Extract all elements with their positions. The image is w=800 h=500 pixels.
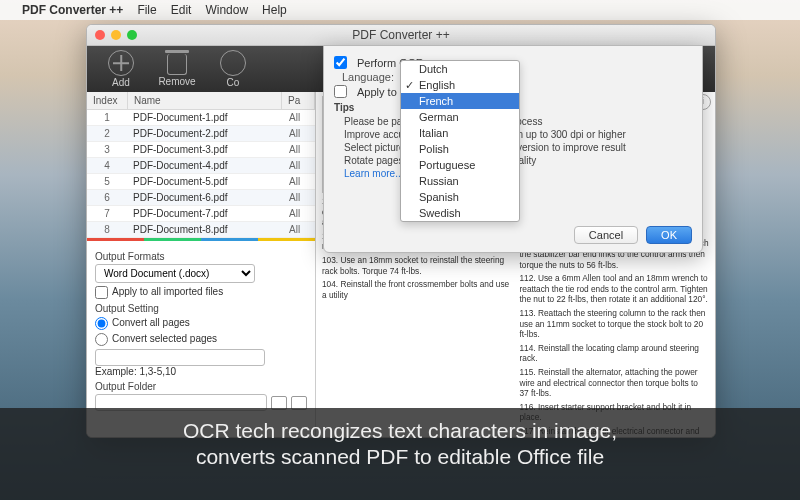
language-dropdown: DutchEnglishFrenchGermanItalianPolishPor… [400, 60, 520, 222]
learn-more-link[interactable]: Learn more... [344, 168, 403, 179]
page-range-example: Example: 1,3-5,10 [95, 366, 176, 377]
col-name[interactable]: Name [128, 92, 282, 109]
table-row[interactable]: 2PDF-Document-2.pdfAll [87, 126, 315, 142]
language-option[interactable]: French [401, 93, 519, 109]
preview-text: 115. Reinstall the alternator, attaching… [520, 367, 710, 399]
preview-text: 112. Use a 6mm Allen tool and an 18mm wr… [520, 273, 710, 305]
main-window: PDF Converter ++ Add Remove Co Index Nam… [86, 24, 716, 438]
preview-text: 114. Reinstall the locating clamp around… [520, 343, 710, 364]
preview-text: 113. Reattach the steering column to the… [520, 308, 710, 340]
app-menu[interactable]: PDF Converter ++ [22, 3, 123, 17]
plus-icon [108, 50, 134, 76]
language-option[interactable]: Russian [401, 173, 519, 189]
language-option[interactable]: Dutch [401, 61, 519, 77]
menu-window[interactable]: Window [205, 3, 248, 17]
table-row[interactable]: 3PDF-Document-3.pdfAll [87, 142, 315, 158]
left-panel: Index Name Pa 1PDF-Document-1.pdfAll2PDF… [87, 92, 316, 438]
language-option[interactable]: English [401, 77, 519, 93]
language-option[interactable]: Swedish [401, 205, 519, 221]
cancel-button[interactable]: Cancel [574, 226, 638, 244]
ok-button[interactable]: OK [646, 226, 692, 244]
convert-button[interactable]: Co [205, 50, 261, 88]
menubar: PDF Converter ++ File Edit Window Help [0, 0, 800, 20]
remove-button[interactable]: Remove [149, 52, 205, 87]
ocr-sheet: Perform OCR Language: DutchEnglishFrench… [323, 45, 703, 253]
convert-selected-radio[interactable]: Convert selected pages [95, 333, 307, 346]
table-row[interactable]: 1PDF-Document-1.pdfAll [87, 110, 315, 126]
table-header: Index Name Pa [87, 92, 315, 110]
output-folder-label: Output Folder [95, 381, 307, 392]
menu-edit[interactable]: Edit [171, 3, 192, 17]
table-row[interactable]: 8PDF-Document-8.pdfAll [87, 222, 315, 238]
output-format-select[interactable]: Word Document (.docx) [95, 264, 255, 283]
titlebar: PDF Converter ++ [87, 25, 715, 46]
table-row[interactable]: 6PDF-Document-6.pdfAll [87, 190, 315, 206]
table-row[interactable]: 5PDF-Document-5.pdfAll [87, 174, 315, 190]
add-button[interactable]: Add [93, 50, 149, 88]
convert-icon [220, 50, 246, 76]
convert-all-radio[interactable]: Convert all pages [95, 317, 307, 330]
language-option[interactable]: Spanish [401, 189, 519, 205]
table-row[interactable]: 4PDF-Document-4.pdfAll [87, 158, 315, 174]
language-option[interactable]: Italian [401, 125, 519, 141]
preview-text: 103. Use an 18mm socket to reinstall the… [322, 255, 512, 276]
table-body: 1PDF-Document-1.pdfAll2PDF-Document-2.pd… [87, 110, 315, 238]
apply-all-ocr-checkbox[interactable] [334, 85, 347, 98]
table-row[interactable]: 7PDF-Document-7.pdfAll [87, 206, 315, 222]
col-pages[interactable]: Pa [282, 92, 315, 109]
language-option[interactable]: German [401, 109, 519, 125]
preview-text: 104. Reinstall the front crossmember bol… [322, 279, 512, 300]
page-range-input[interactable] [95, 349, 265, 366]
menu-help[interactable]: Help [262, 3, 287, 17]
perform-ocr-checkbox[interactable] [334, 56, 347, 69]
promo-caption: OCR tech recongizes text characters in i… [0, 408, 800, 500]
output-formats-label: Output Formats [95, 251, 307, 262]
menu-file[interactable]: File [137, 3, 156, 17]
trash-icon [167, 54, 187, 75]
language-option[interactable]: Polish [401, 141, 519, 157]
col-index[interactable]: Index [87, 92, 128, 109]
language-option[interactable]: Portuguese [401, 157, 519, 173]
language-label: Language: [334, 71, 394, 83]
window-title: PDF Converter ++ [87, 28, 715, 42]
apply-all-checkbox[interactable]: Apply to all imported files [95, 286, 307, 299]
output-setting-label: Output Setting [95, 303, 307, 314]
